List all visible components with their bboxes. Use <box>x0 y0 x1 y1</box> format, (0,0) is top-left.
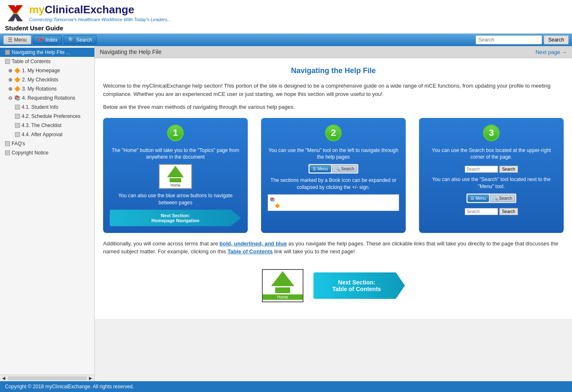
box-text-2a: You can use the "Menu" tool on the left … <box>268 147 399 161</box>
book-icon-3: 🔶 <box>14 86 20 92</box>
intro-para-2: Below are the three main methods of navi… <box>103 103 564 111</box>
home-triangle <box>167 166 184 177</box>
box-text-2b: The sections marked by a Book icon can b… <box>268 177 399 191</box>
mini-search-row-1: Search <box>465 166 518 173</box>
page-icon-faq <box>5 141 10 146</box>
mini-search-btn: 🔍 Search <box>332 165 357 172</box>
para3-end: link will take you to the next page! <box>273 248 355 255</box>
bold-link[interactable]: bold, underlined, and blue <box>219 240 287 247</box>
footer-text: Copyright © 2018 myClinicalExchange. All… <box>5 384 134 390</box>
mini-search-input-2[interactable] <box>465 208 498 215</box>
svg-marker-1 <box>8 5 23 13</box>
index-label: Index <box>45 37 57 43</box>
scroll-left[interactable]: ◀ <box>1 376 7 380</box>
three-boxes: 1 The "Home" button will take you to the… <box>103 118 564 233</box>
toolbar: ☰ Menu 📌 Index 🔍 Search Search <box>0 34 572 46</box>
search-button[interactable]: Search <box>544 35 569 44</box>
page-icon-4-1 <box>15 105 20 110</box>
index-button[interactable]: 📌 Index <box>33 35 62 44</box>
page-icon-toc <box>5 59 10 64</box>
content-header: Navigating the Help File Next page → <box>95 46 572 58</box>
main: Navigating the Help File ... Table of Co… <box>0 46 572 381</box>
arrow-1 <box>249 163 259 188</box>
mini-menu-btn-3: ☰ Menu <box>468 195 489 202</box>
sidebar-item-4-4[interactable]: 4.4. After Approval <box>0 130 94 139</box>
box-text-3a: You can use the Search box located at th… <box>426 147 557 161</box>
sidebar-item-4-3[interactable]: 4.3. The Checklist <box>0 121 94 130</box>
scroll-track <box>8 377 86 380</box>
page-icon-4-2 <box>15 114 20 119</box>
next-page-link[interactable]: Next page → <box>535 49 567 55</box>
mini-nav-row-1: 📚 Topics Page <box>270 196 397 203</box>
sidebar-item-navigating[interactable]: Navigating the Help File ... <box>0 48 94 57</box>
search-tab-label: Search <box>76 37 92 43</box>
scroll-right[interactable]: ▶ <box>88 376 94 380</box>
mini-nav-items: 📚 Topics Page ⊕ 🔶 Homepage Navigation <box>268 194 399 211</box>
content-body: Navigating the Help File Welcome to the … <box>95 58 572 319</box>
sidebar-item-4[interactable]: ⊖ 📚 4. Requesting Rotations <box>0 93 94 103</box>
book-icon-4: 📚 <box>14 95 20 101</box>
next-section-label-2: Homepage Navigation <box>116 218 234 223</box>
sidebar-item-2[interactable]: ⊕ 🔶 2. My Checklists <box>0 75 94 84</box>
sidebar-label-faq: FAQ's <box>12 141 25 147</box>
header: myClinicalExchange Connecting Tomorrow's… <box>0 0 572 34</box>
search-tab-icon: 🔍 <box>68 37 74 43</box>
sidebar-label-2: 2. My Checklists <box>22 77 58 83</box>
mini-search-row-2: Search <box>465 208 518 215</box>
bottom-nav: Home Next Section: Table of Contents <box>103 261 564 311</box>
page-icon-4-3 <box>15 123 20 128</box>
box-text-1b: You can also use the blue arrow buttons … <box>110 192 241 206</box>
intro-para-1: Welcome to the myClinicalExchange help s… <box>103 82 564 98</box>
para3-before: Additionally, you will come across terms… <box>103 240 219 247</box>
sidebar-item-4-1[interactable]: 4.1. Student Info <box>0 103 94 112</box>
logo-area: myClinicalExchange Connecting Tomorrow's… <box>5 3 567 22</box>
page-icon <box>5 50 10 55</box>
mini-search-input-1[interactable] <box>465 166 498 173</box>
menu-icon: ☰ <box>8 37 12 43</box>
index-icon: 📌 <box>37 37 44 43</box>
page-title: Student User Guide <box>5 24 567 32</box>
mini-nav-label-2: Homepage Navigation <box>281 203 323 208</box>
help-box-3: 3 You can use the Search box located at … <box>419 118 564 233</box>
menu-label: Menu <box>14 37 27 43</box>
mini-nav-label-1: Topics Page <box>276 197 299 202</box>
search-input[interactable] <box>476 35 542 44</box>
sidebar-label-4-1: 4.1. Student Info <box>22 104 58 110</box>
sidebar-label-1: 1. My Homepage <box>22 68 60 74</box>
box-number-1: 1 <box>167 125 184 141</box>
content-page-title: Navigating the Help File <box>100 49 162 55</box>
sidebar-label-3: 3. My Rotations <box>22 86 57 92</box>
sidebar-item-3[interactable]: ⊕ 🔶 3. My Rotations <box>0 84 94 93</box>
mini-search-go-1[interactable]: Search <box>499 166 518 173</box>
logo-my: my <box>29 3 45 16</box>
home-label-large: Home <box>263 294 303 300</box>
mini-search-go-2[interactable]: Search <box>499 208 518 215</box>
home-button-img: Home <box>159 164 192 189</box>
box-text-1a: The "Home" button will take you to the "… <box>110 147 241 161</box>
next-section-large-label2: Table of Contents <box>322 286 392 292</box>
next-section-btn-1[interactable]: Next Section: Homepage Navigation <box>110 210 241 226</box>
logo-icon <box>5 3 26 22</box>
next-section-btn-large[interactable]: Next Section: Table of Contents <box>313 272 405 299</box>
sidebar-item-4-2[interactable]: 4.2. Schedule Preferences <box>0 112 94 121</box>
sidebar-item-copyright[interactable]: Copyright Notice <box>0 148 94 157</box>
footer: Copyright © 2018 myClinicalExchange. All… <box>0 381 572 392</box>
page-icon-4-4 <box>15 132 20 137</box>
toc-link[interactable]: Table of Contents <box>227 248 273 255</box>
home-btn-large[interactable]: Home <box>262 269 303 302</box>
sidebar-item-faq[interactable]: FAQ's <box>0 139 94 148</box>
sidebar: Navigating the Help File ... Table of Co… <box>0 46 95 381</box>
menu-button[interactable]: ☰ Menu <box>3 35 31 44</box>
toolbar-right: Search <box>476 35 569 44</box>
home-label: Home <box>170 183 180 187</box>
home-rect <box>170 178 181 182</box>
next-section-large-label1: Next Section: <box>322 279 392 286</box>
mini-expand-icon: ⊕ <box>270 203 273 208</box>
sidebar-item-toc[interactable]: Table of Contents <box>0 57 94 66</box>
sidebar-label: Navigating the Help File ... <box>12 49 70 55</box>
page-icon-copyright <box>5 150 10 155</box>
sidebar-label-copyright: Copyright Notice <box>12 150 49 156</box>
sidebar-hscroll: ◀ ▶ <box>0 375 94 381</box>
sidebar-item-1[interactable]: ⊕ 🔶 1. My Homepage <box>0 66 94 75</box>
search-tab-button[interactable]: 🔍 Search <box>64 35 96 44</box>
